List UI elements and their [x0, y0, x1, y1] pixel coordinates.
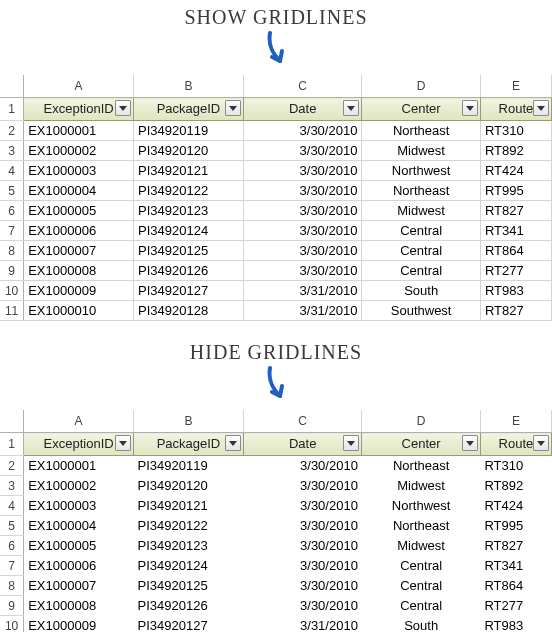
- row-header[interactable]: 4: [0, 496, 24, 516]
- table-header-date[interactable]: Date: [243, 98, 361, 121]
- row-header[interactable]: 9: [0, 261, 24, 281]
- row-header[interactable]: 1: [0, 433, 24, 456]
- cell[interactable]: 3/30/2010: [243, 536, 361, 556]
- cell[interactable]: Midwest: [362, 201, 480, 221]
- cell[interactable]: EX1000006: [24, 221, 134, 241]
- cell[interactable]: EX1000006: [24, 556, 134, 576]
- cell[interactable]: 3/30/2010: [243, 181, 361, 201]
- cell[interactable]: South: [362, 281, 480, 301]
- row-header[interactable]: 6: [0, 201, 24, 221]
- cell[interactable]: EX1000005: [24, 201, 134, 221]
- row-header[interactable]: 8: [0, 241, 24, 261]
- cell[interactable]: PI34920121: [134, 161, 244, 181]
- select-all-corner[interactable]: [0, 75, 24, 98]
- cell[interactable]: PI34920122: [134, 181, 244, 201]
- cell[interactable]: PI34920125: [134, 241, 244, 261]
- cell[interactable]: PI34920123: [134, 201, 244, 221]
- cell[interactable]: EX1000004: [24, 181, 134, 201]
- cell[interactable]: Northwest: [362, 496, 480, 516]
- cell[interactable]: PI34920127: [134, 281, 244, 301]
- cell[interactable]: 3/30/2010: [243, 576, 361, 596]
- cell[interactable]: PI34920126: [134, 596, 244, 616]
- row-header[interactable]: 5: [0, 516, 24, 536]
- row-header[interactable]: 1: [0, 98, 24, 121]
- cell[interactable]: RT310: [480, 121, 551, 141]
- filter-dropdown-icon[interactable]: [115, 435, 131, 451]
- cell[interactable]: RT827: [480, 201, 551, 221]
- cell[interactable]: EX1000008: [24, 261, 134, 281]
- cell[interactable]: RT983: [480, 281, 551, 301]
- cell[interactable]: 3/30/2010: [243, 201, 361, 221]
- table-header-packageid[interactable]: PackageID: [134, 98, 244, 121]
- cell[interactable]: PI34920127: [134, 616, 244, 633]
- table-header-exceptionid[interactable]: ExceptionID: [24, 433, 134, 456]
- cell[interactable]: RT864: [480, 576, 551, 596]
- row-header[interactable]: 8: [0, 576, 24, 596]
- cell[interactable]: Northeast: [362, 456, 480, 476]
- cell[interactable]: RT995: [480, 516, 551, 536]
- cell[interactable]: 3/30/2010: [243, 516, 361, 536]
- row-header[interactable]: 4: [0, 161, 24, 181]
- cell[interactable]: Midwest: [362, 536, 480, 556]
- cell[interactable]: EX1000002: [24, 141, 134, 161]
- cell[interactable]: Northeast: [362, 181, 480, 201]
- cell[interactable]: PI34920120: [134, 141, 244, 161]
- row-header[interactable]: 10: [0, 281, 24, 301]
- cell[interactable]: RT341: [480, 556, 551, 576]
- table-header-packageid[interactable]: PackageID: [134, 433, 244, 456]
- filter-dropdown-icon[interactable]: [462, 100, 478, 116]
- column-header-C[interactable]: C: [243, 75, 361, 98]
- filter-dropdown-icon[interactable]: [115, 100, 131, 116]
- cell[interactable]: Central: [362, 221, 480, 241]
- row-header[interactable]: 2: [0, 456, 24, 476]
- cell[interactable]: Northwest: [362, 161, 480, 181]
- column-header-E[interactable]: E: [480, 75, 551, 98]
- table-header-route[interactable]: Route: [480, 98, 551, 121]
- cell[interactable]: EX1000007: [24, 576, 134, 596]
- cell[interactable]: 3/30/2010: [243, 241, 361, 261]
- cell[interactable]: 3/30/2010: [243, 261, 361, 281]
- cell[interactable]: PI34920125: [134, 576, 244, 596]
- cell[interactable]: PI34920120: [134, 476, 244, 496]
- row-header[interactable]: 6: [0, 536, 24, 556]
- column-header-B[interactable]: B: [134, 410, 244, 433]
- cell[interactable]: RT827: [480, 536, 551, 556]
- cell[interactable]: 3/30/2010: [243, 456, 361, 476]
- column-header-B[interactable]: B: [134, 75, 244, 98]
- cell[interactable]: PI34920121: [134, 496, 244, 516]
- cell[interactable]: PI34920126: [134, 261, 244, 281]
- cell[interactable]: EX1000007: [24, 241, 134, 261]
- cell[interactable]: RT892: [480, 476, 551, 496]
- column-header-E[interactable]: E: [480, 410, 551, 433]
- table-header-exceptionid[interactable]: ExceptionID: [24, 98, 134, 121]
- cell[interactable]: PI34920119: [134, 121, 244, 141]
- cell[interactable]: RT983: [480, 616, 551, 633]
- select-all-corner[interactable]: [0, 410, 24, 433]
- cell[interactable]: 3/31/2010: [243, 301, 361, 321]
- filter-dropdown-icon[interactable]: [343, 100, 359, 116]
- cell[interactable]: RT277: [480, 596, 551, 616]
- cell[interactable]: Central: [362, 261, 480, 281]
- cell[interactable]: EX1000003: [24, 496, 134, 516]
- column-header-A[interactable]: A: [24, 75, 134, 98]
- cell[interactable]: 3/30/2010: [243, 161, 361, 181]
- cell[interactable]: RT310: [480, 456, 551, 476]
- row-header[interactable]: 7: [0, 556, 24, 576]
- row-header[interactable]: 11: [0, 301, 24, 321]
- cell[interactable]: 3/31/2010: [243, 281, 361, 301]
- filter-dropdown-icon[interactable]: [225, 100, 241, 116]
- column-header-D[interactable]: D: [362, 75, 480, 98]
- cell[interactable]: EX1000009: [24, 281, 134, 301]
- cell[interactable]: EX1000008: [24, 596, 134, 616]
- cell[interactable]: RT424: [480, 496, 551, 516]
- cell[interactable]: PI34920123: [134, 536, 244, 556]
- cell[interactable]: 3/30/2010: [243, 221, 361, 241]
- cell[interactable]: RT995: [480, 181, 551, 201]
- cell[interactable]: PI34920128: [134, 301, 244, 321]
- table-header-route[interactable]: Route: [480, 433, 551, 456]
- cell[interactable]: Central: [362, 556, 480, 576]
- row-header[interactable]: 10: [0, 616, 24, 633]
- cell[interactable]: PI34920119: [134, 456, 244, 476]
- row-header[interactable]: 5: [0, 181, 24, 201]
- cell[interactable]: EX1000001: [24, 121, 134, 141]
